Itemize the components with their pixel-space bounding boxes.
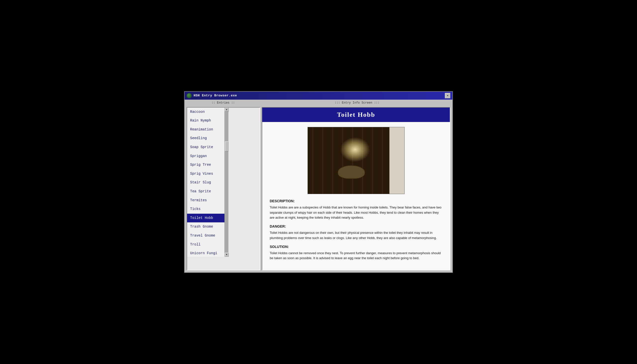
entry-image [308, 127, 404, 194]
entry-image-container [270, 127, 443, 194]
window-title: HSH Entry Browser.exe [193, 94, 237, 98]
list-item[interactable]: Unicorn Fungi [187, 249, 225, 257]
solution-label: SOLUTION: [270, 245, 443, 249]
glow-orb [340, 137, 370, 162]
list-item[interactable]: Soap Sprite [187, 143, 225, 152]
danger-label: DANGER: [270, 224, 443, 228]
list-item[interactable]: Sprig Vines [187, 170, 225, 178]
list-item[interactable]: Travel Gnome [187, 231, 225, 240]
list-item[interactable]: Toilet Hobb [187, 214, 225, 222]
solution-text: Toilet Hobbs cannot be removed once they… [270, 251, 443, 261]
entry-title: Toilet Hobb [262, 108, 450, 122]
entry-body: DESCRIPTION: Toilet Hobbs are are a subs… [262, 122, 450, 270]
entry-list[interactable]: RaccoonRain NymphReanimationSeedlingSoap… [187, 108, 225, 257]
list-item[interactable]: Trash Gnome [187, 222, 225, 231]
section-headers: :: Entries :: ::: Entry Info Screen ::: [185, 100, 452, 106]
toilet-bowl [338, 165, 365, 179]
description-text: Toilet Hobbs are are a subspecies of Hob… [270, 205, 443, 220]
app-window: HSH Entry Browser.exe ✕ :: Entries :: ::… [184, 91, 453, 273]
title-bar-left: HSH Entry Browser.exe [187, 93, 237, 98]
danger-text: Toilet Hobbs are not dangerous on their … [270, 230, 443, 241]
left-panel: RaccoonRain NymphReanimationSeedlingSoap… [187, 107, 260, 270]
scroll-down-button[interactable]: ▼ [225, 253, 229, 257]
right-panel: Toilet Hobb [262, 107, 450, 270]
list-item[interactable]: Spriggan [187, 152, 225, 161]
toilet-bg [308, 127, 404, 194]
list-item[interactable]: Sprig Tree [187, 160, 225, 170]
scroll-track [225, 112, 229, 253]
list-item[interactable]: Raccoon [187, 108, 225, 116]
list-item[interactable]: Termites [187, 196, 225, 205]
scroll-up-button[interactable]: ▲ [225, 108, 229, 112]
main-content: :: Entries :: ::: Entry Info Screen ::: … [185, 100, 452, 272]
info-header: ::: Entry Info Screen ::: [262, 101, 452, 104]
description-label: DESCRIPTION: [270, 199, 443, 203]
list-item[interactable]: Reanimation [187, 125, 225, 134]
scrollbar[interactable]: ▲ ▼ [225, 108, 229, 257]
list-item[interactable]: Seedling [187, 134, 225, 143]
panels: RaccoonRain NymphReanimationSeedlingSoap… [185, 106, 452, 272]
title-bar: HSH Entry Browser.exe ✕ [185, 92, 452, 100]
white-wall [389, 127, 404, 194]
entries-header: :: Entries :: [185, 101, 262, 104]
list-item[interactable]: Rain Nymph [187, 116, 225, 125]
app-icon [187, 93, 191, 98]
list-with-scroll: RaccoonRain NymphReanimationSeedlingSoap… [187, 108, 260, 257]
list-item[interactable]: Ticks [187, 205, 225, 214]
list-item[interactable]: Troll [187, 240, 225, 249]
list-item[interactable]: Tea Sprite [187, 187, 225, 196]
close-button[interactable]: ✕ [445, 93, 450, 98]
list-item[interactable]: Stair Slug [187, 178, 225, 187]
scroll-thumb[interactable] [225, 142, 229, 151]
